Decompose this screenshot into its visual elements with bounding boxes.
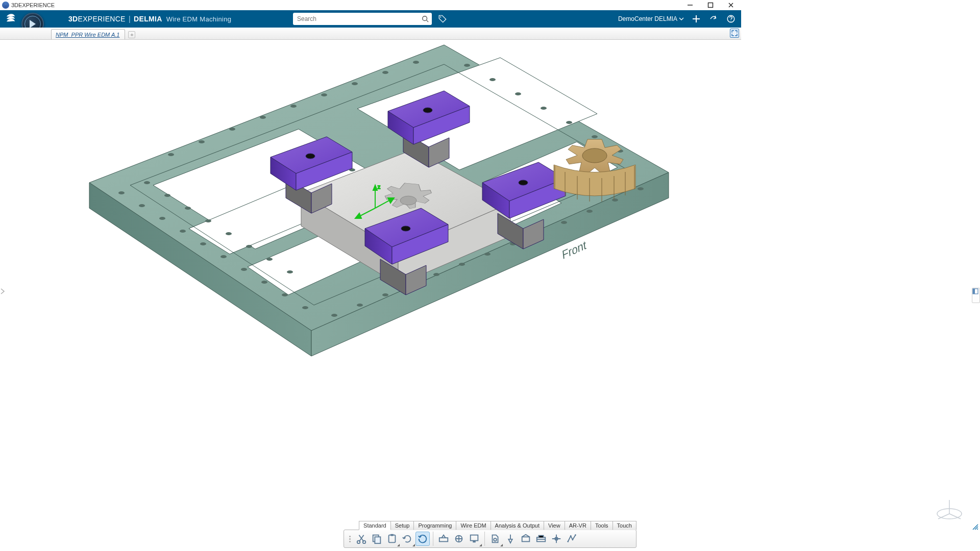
add-icon[interactable]: [691, 14, 701, 24]
svg-point-91: [423, 108, 432, 113]
model-render: z Front: [0, 40, 741, 417]
svg-point-65: [515, 92, 521, 95]
svg-point-68: [592, 135, 598, 138]
svg-point-36: [205, 219, 211, 222]
svg-point-4: [423, 16, 427, 21]
svg-point-103: [519, 180, 528, 185]
svg-point-63: [464, 64, 470, 67]
svg-point-59: [321, 93, 327, 96]
svg-point-27: [200, 242, 206, 245]
svg-point-66: [541, 107, 547, 110]
brand-bold: 3D: [68, 15, 78, 23]
chevron-down-icon: [679, 16, 684, 21]
svg-point-54: [168, 153, 174, 156]
app-icon: [2, 2, 9, 9]
svg-point-50: [561, 221, 567, 224]
window-title: 3DEXPERIENCE: [11, 2, 55, 8]
close-button[interactable]: [721, 0, 741, 10]
viewport-3d[interactable]: z Front: [0, 40, 741, 417]
svg-point-60: [352, 82, 358, 85]
svg-point-33: [144, 181, 150, 184]
svg-point-61: [382, 71, 388, 74]
svg-point-29: [241, 268, 247, 271]
svg-point-41: [331, 314, 337, 317]
svg-rect-1: [708, 3, 713, 8]
svg-point-35: [185, 207, 191, 210]
svg-point-45: [433, 273, 439, 276]
svg-point-31: [282, 293, 288, 296]
user-menu[interactable]: DemoCenter DELMIA: [618, 15, 684, 22]
svg-point-6: [440, 16, 441, 17]
search-button[interactable]: [419, 13, 432, 25]
add-tab-button[interactable]: +: [128, 31, 135, 38]
brand-product: DELMIA: [134, 15, 162, 23]
svg-point-23: [118, 191, 125, 194]
svg-point-34: [164, 194, 170, 197]
brand-rest: EXPERIENCE: [78, 15, 126, 23]
user-label: DemoCenter DELMIA: [618, 15, 677, 22]
app-header: 3DEXPERIENCE | DELMIA Wire EDM Machining…: [0, 10, 741, 28]
svg-text:z: z: [378, 184, 380, 190]
svg-point-32: [302, 306, 308, 309]
svg-point-79: [400, 196, 416, 205]
svg-point-53: [638, 187, 644, 190]
svg-point-40: [287, 270, 293, 273]
svg-point-51: [586, 210, 593, 213]
window-titlebar: 3DEXPERIENCE: [0, 0, 741, 10]
left-panel-expand[interactable]: [0, 288, 8, 303]
svg-point-24: [139, 204, 145, 207]
svg-point-97: [401, 226, 410, 231]
svg-point-39: [266, 258, 273, 261]
svg-point-58: [290, 105, 297, 108]
tag-icon[interactable]: [437, 13, 448, 24]
svg-point-28: [220, 255, 227, 258]
search-box: [293, 13, 448, 25]
svg-point-52: [612, 198, 618, 202]
svg-point-64: [489, 78, 496, 81]
brand-title: 3DEXPERIENCE | DELMIA Wire EDM Machining: [68, 15, 231, 23]
svg-point-62: [413, 61, 419, 64]
document-tabstrip: NPM_PPR Wire EDM A.1 +: [0, 28, 741, 40]
search-input[interactable]: [293, 13, 419, 25]
svg-point-47: [484, 253, 491, 256]
svg-point-43: [382, 293, 388, 296]
ds-logo-icon[interactable]: [3, 11, 18, 27]
document-tab-label: NPM_PPR Wire EDM A.1: [56, 32, 119, 38]
svg-point-10: [730, 21, 731, 22]
svg-point-46: [459, 263, 465, 266]
svg-point-30: [261, 281, 267, 284]
svg-point-38: [246, 245, 252, 248]
svg-line-5: [427, 20, 429, 22]
svg-point-56: [229, 128, 235, 131]
svg-point-119: [582, 148, 607, 163]
svg-point-85: [306, 154, 315, 159]
exit-fullscreen-button[interactable]: [730, 29, 739, 38]
help-icon[interactable]: [726, 14, 736, 24]
svg-point-67: [566, 121, 572, 124]
document-tab[interactable]: NPM_PPR Wire EDM A.1: [51, 29, 125, 39]
svg-point-25: [159, 217, 165, 220]
share-icon[interactable]: [708, 14, 719, 24]
brand-module: Wire EDM Machining: [166, 15, 231, 23]
minimize-button[interactable]: [680, 0, 700, 10]
svg-point-57: [260, 116, 266, 119]
svg-point-26: [180, 230, 186, 233]
svg-point-42: [357, 304, 363, 307]
svg-point-37: [226, 232, 232, 235]
svg-point-55: [199, 140, 205, 143]
maximize-button[interactable]: [700, 0, 721, 10]
